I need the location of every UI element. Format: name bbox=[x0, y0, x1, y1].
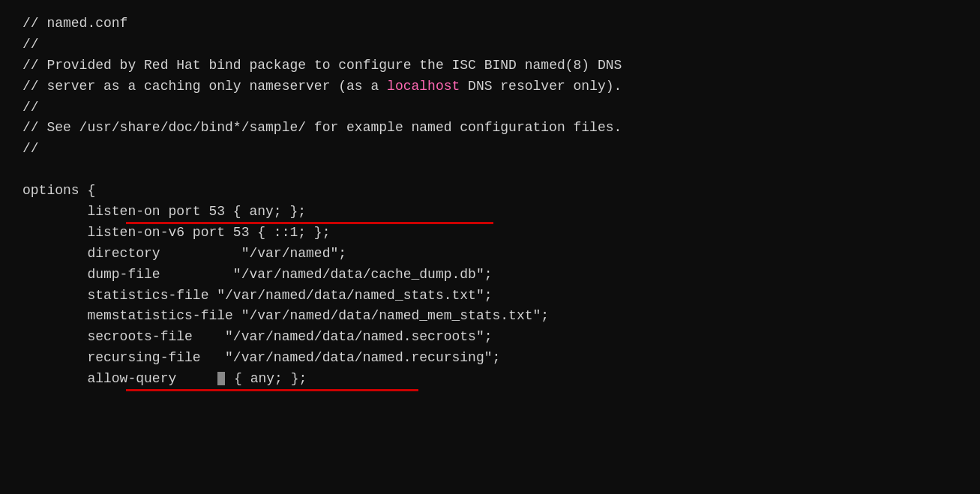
code-editor: // named.conf // // Provided by Red Hat … bbox=[0, 0, 980, 494]
line-7: // bbox=[22, 139, 958, 160]
line-12: directory "/var/named"; bbox=[22, 244, 958, 265]
line-16: secroots-file "/var/named/data/named.sec… bbox=[22, 327, 958, 348]
line-10: listen-on port 53 { any; }; bbox=[22, 202, 958, 223]
line-15: memstatistics-file "/var/named/data/name… bbox=[22, 306, 958, 327]
line-14: statistics-file "/var/named/data/named_s… bbox=[22, 286, 958, 307]
text-cursor bbox=[217, 372, 225, 385]
line-13: dump-file "/var/named/data/cache_dump.db… bbox=[22, 265, 958, 286]
line-11: listen-on-v6 port 53 { ::1; }; bbox=[22, 223, 958, 244]
line-3: // Provided by Red Hat bind package to c… bbox=[22, 55, 958, 76]
line-1: // named.conf bbox=[22, 13, 958, 34]
line-8 bbox=[22, 160, 958, 181]
line-18: allow-query { any; }; bbox=[22, 369, 958, 390]
line-4: // server as a caching only nameserver (… bbox=[22, 76, 958, 97]
line-17: recursing-file "/var/named/data/named.re… bbox=[22, 348, 958, 369]
line-9: options { bbox=[22, 181, 958, 202]
line-5: // bbox=[22, 97, 958, 118]
line-6: // See /usr/share/doc/bind*/sample/ for … bbox=[22, 118, 958, 139]
underline-allow-query bbox=[126, 389, 418, 391]
line-18-wrapper: allow-query { any; }; bbox=[22, 369, 958, 390]
line-2: // bbox=[22, 34, 958, 55]
line-10-wrapper: listen-on port 53 { any; }; bbox=[22, 202, 958, 223]
localhost-highlight: localhost bbox=[387, 79, 460, 94]
